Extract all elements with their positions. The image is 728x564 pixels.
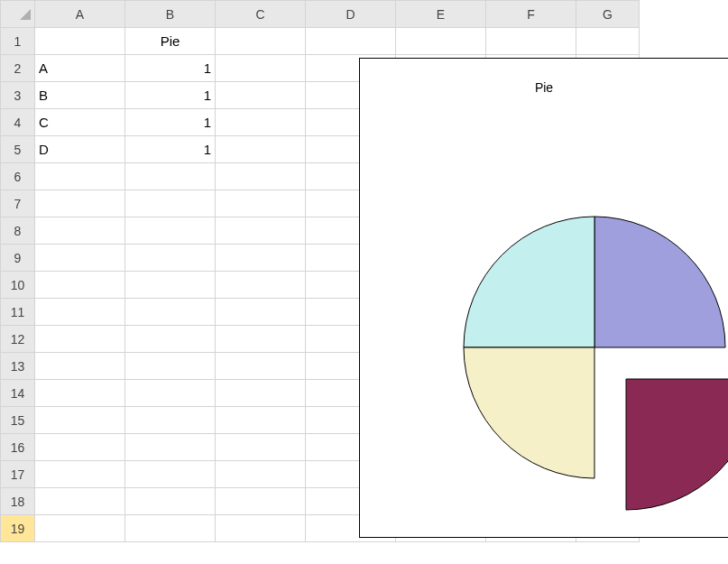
- pie-slice-C[interactable]: [464, 347, 594, 478]
- cell-C1[interactable]: [216, 28, 306, 55]
- cell[interactable]: [125, 380, 216, 407]
- cell[interactable]: [216, 461, 306, 488]
- cell[interactable]: [216, 163, 306, 190]
- chart-title: Pie: [360, 80, 728, 95]
- row-header-17[interactable]: 17: [1, 461, 35, 488]
- cell-D1[interactable]: [306, 28, 396, 55]
- row-header-18[interactable]: 18: [1, 488, 35, 515]
- cell[interactable]: [125, 434, 216, 461]
- col-header-C[interactable]: C: [216, 1, 306, 28]
- cell-B1[interactable]: Pie: [125, 28, 216, 55]
- cell[interactable]: [35, 245, 125, 272]
- row-header-19[interactable]: 19: [1, 515, 35, 542]
- cell[interactable]: [216, 190, 306, 217]
- cell[interactable]: [125, 245, 216, 272]
- cell[interactable]: [216, 326, 306, 353]
- row-header-7[interactable]: 7: [1, 190, 35, 217]
- col-header-G[interactable]: G: [576, 1, 640, 28]
- pie-slice-B[interactable]: [626, 379, 728, 510]
- cell[interactable]: [35, 407, 125, 434]
- row-header-15[interactable]: 15: [1, 407, 35, 434]
- cell[interactable]: [216, 407, 306, 434]
- triangle-icon: [20, 9, 31, 20]
- row-header-13[interactable]: 13: [1, 353, 35, 380]
- cell-G1[interactable]: [576, 28, 640, 55]
- cell-B5[interactable]: 1: [125, 136, 216, 163]
- cell[interactable]: [125, 461, 216, 488]
- cell-C3[interactable]: [216, 82, 306, 109]
- cell-C2[interactable]: [216, 55, 306, 82]
- row-header-2[interactable]: 2: [1, 55, 35, 82]
- row-header-5[interactable]: 5: [1, 136, 35, 163]
- cell-A3[interactable]: B: [35, 82, 125, 109]
- cell-A2[interactable]: A: [35, 55, 125, 82]
- cell-A1[interactable]: [35, 28, 125, 55]
- cell[interactable]: [216, 217, 306, 245]
- cell-C5[interactable]: [216, 136, 306, 163]
- cell-E1[interactable]: [396, 28, 486, 55]
- cell[interactable]: [35, 461, 125, 488]
- cell[interactable]: [125, 488, 216, 515]
- pie-chart-svg: [396, 158, 728, 537]
- row-header-16[interactable]: 16: [1, 434, 35, 461]
- cell-B4[interactable]: 1: [125, 109, 216, 136]
- row-header-12[interactable]: 12: [1, 326, 35, 353]
- cell[interactable]: [125, 163, 216, 190]
- cell[interactable]: [35, 190, 125, 217]
- cell[interactable]: [216, 245, 306, 272]
- col-header-A[interactable]: A: [35, 1, 125, 28]
- row-header-3[interactable]: 3: [1, 82, 35, 109]
- cell[interactable]: [216, 380, 306, 407]
- cell-A5[interactable]: D: [35, 136, 125, 163]
- row-header-4[interactable]: 4: [1, 109, 35, 136]
- cell[interactable]: [216, 515, 306, 542]
- row-header-8[interactable]: 8: [1, 217, 35, 245]
- cell[interactable]: [35, 299, 125, 326]
- pie-slice-D[interactable]: [464, 217, 594, 347]
- row-header-11[interactable]: 11: [1, 299, 35, 326]
- pie-slice-A[interactable]: [594, 217, 725, 347]
- cell[interactable]: [125, 190, 216, 217]
- cell[interactable]: [125, 272, 216, 299]
- col-header-B[interactable]: B: [125, 1, 216, 28]
- col-header-E[interactable]: E: [396, 1, 486, 28]
- col-header-D[interactable]: D: [306, 1, 396, 28]
- cell[interactable]: [35, 434, 125, 461]
- cell[interactable]: [125, 407, 216, 434]
- cell[interactable]: [125, 217, 216, 245]
- cell[interactable]: [35, 488, 125, 515]
- row-header-9[interactable]: 9: [1, 245, 35, 272]
- row-header-14[interactable]: 14: [1, 380, 35, 407]
- cell[interactable]: [35, 380, 125, 407]
- cell[interactable]: [216, 353, 306, 380]
- cell-B2[interactable]: 1: [125, 55, 216, 82]
- cell[interactable]: [35, 217, 125, 245]
- row-header-10[interactable]: 10: [1, 272, 35, 299]
- pie-chart-object[interactable]: Pie: [359, 58, 728, 538]
- row-header-1[interactable]: 1: [1, 28, 35, 55]
- cell[interactable]: [216, 488, 306, 515]
- col-header-F[interactable]: F: [486, 1, 576, 28]
- cell-C4[interactable]: [216, 109, 306, 136]
- cell[interactable]: [125, 515, 216, 542]
- select-all-corner[interactable]: [1, 1, 35, 28]
- cell[interactable]: [125, 353, 216, 380]
- cell[interactable]: [216, 434, 306, 461]
- cell[interactable]: [216, 299, 306, 326]
- cell[interactable]: [35, 515, 125, 542]
- cell[interactable]: [35, 353, 125, 380]
- cell-A4[interactable]: C: [35, 109, 125, 136]
- cell[interactable]: [125, 299, 216, 326]
- cell-F1[interactable]: [486, 28, 576, 55]
- cell[interactable]: [216, 272, 306, 299]
- cell[interactable]: [125, 326, 216, 353]
- cell[interactable]: [35, 272, 125, 299]
- cell[interactable]: [35, 326, 125, 353]
- cell-B3[interactable]: 1: [125, 82, 216, 109]
- row-header-6[interactable]: 6: [1, 163, 35, 190]
- cell[interactable]: [35, 163, 125, 190]
